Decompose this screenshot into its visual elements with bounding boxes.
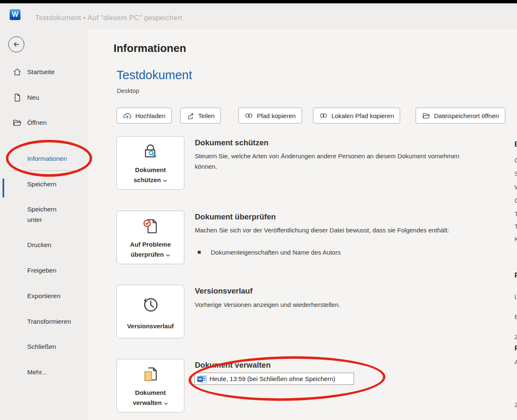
link-icon [319, 112, 328, 119]
sidebar-item-label: Öffnen [27, 119, 47, 126]
titlebar: W Testdokument • Auf "diesem PC" gespeic… [0, 3, 517, 29]
protect-card-label: Dokument schützen [117, 165, 184, 185]
inspect-card-label-line1: Auf Probleme [130, 241, 171, 248]
sidebar-item-neu[interactable]: Neu [0, 90, 88, 105]
copy-path-button[interactable]: Pfad kopieren [238, 108, 302, 124]
sidebar-item-label: Speichern [27, 180, 57, 188]
share-button-label: Teilen [198, 112, 215, 119]
manage-section-heading: Dokument verwalten [195, 361, 271, 370]
date-label: Zuletzt gedruckt [514, 333, 517, 340]
folder-icon [422, 112, 430, 119]
property-label: Tags [514, 223, 517, 230]
property-label: Größe [514, 157, 517, 164]
date-label: Erstellt [514, 313, 517, 320]
link-icon [245, 112, 253, 119]
word-app-icon-letter: W [12, 11, 18, 18]
share-button[interactable]: Teilen [180, 108, 221, 124]
sidebar-item-label: Transformieren [27, 318, 71, 325]
sidebar-item-exportieren[interactable]: Exportieren [0, 289, 88, 303]
sidebar-item-label: Speichern unter [27, 204, 57, 225]
document-title-bar-text: Testdokument • Auf "diesem PC" gespeiche… [35, 14, 182, 22]
sidebar-divider [10, 170, 76, 171]
sidebar-item-label: Schließen [27, 343, 56, 350]
property-label: Kommentare [514, 235, 517, 242]
sidebar-item-label: Freigeben [27, 267, 57, 274]
check-for-issues-card-label: Auf Probleme überprüfen [117, 240, 184, 260]
back-button[interactable] [8, 36, 24, 52]
open-folder-icon [12, 118, 22, 128]
inspect-section-description: Machen Sie sich vor der Veröffentlichung… [195, 225, 471, 235]
relevant-people-heading: Relevante Personen [514, 344, 517, 353]
sidebar-item-freigeben[interactable]: Freigeben [0, 263, 88, 278]
properties-panel: Eigenschaften Größe Seiten Wörter Gesamt… [514, 29, 517, 420]
inspect-bullet-text: Dokumenteigenschaften und Name des Autor… [211, 249, 341, 256]
unsaved-version-label: Heute, 13:59 (bei Schließen ohne Speiche… [209, 375, 335, 382]
properties-heading: Eigenschaften [514, 140, 517, 149]
word-app-icon: W [10, 9, 21, 20]
page-title: Informationen [114, 42, 186, 55]
versions-section-heading: Versionsverlauf [195, 286, 253, 296]
info-pane: Informationen Testdokument Desktop Hochl… [88, 29, 517, 420]
document-title: Testdokument [116, 68, 192, 82]
window-top-edge [0, 0, 517, 3]
sidebar-item-informationen[interactable]: Informationen [0, 152, 88, 166]
word-file-icon: W [197, 375, 207, 383]
version-history-icon [117, 294, 184, 315]
sidebar-item-drucken[interactable]: Drucken [0, 238, 88, 252]
manage-document-icon [117, 365, 184, 384]
upload-button-label: Hochladen [135, 112, 165, 119]
sidebar-item-oeffnen[interactable]: Öffnen [0, 116, 88, 130]
copy-path-button-label: Pfad kopieren [257, 112, 296, 119]
unsaved-version-item[interactable]: W Heute, 13:59 (bei Schließen ohne Speic… [194, 373, 354, 385]
cloud-upload-icon [123, 112, 132, 120]
lock-key-icon [117, 142, 184, 162]
relevant-dates-heading: Relevante Datumsangaben [514, 271, 517, 280]
document-location: Desktop [117, 88, 139, 94]
sidebar-item-label: Informationen [27, 155, 67, 162]
manage-card-label-line2: verwalten [133, 399, 162, 406]
property-label: Seiten [514, 170, 517, 177]
sidebar-item-mehr[interactable]: Mehr... [0, 365, 88, 379]
back-arrow-icon [12, 40, 21, 49]
sidebar-item-label: Drucken [27, 241, 52, 249]
protect-section-heading: Dokument schützen [195, 138, 269, 147]
sidebar-item-speichern[interactable]: Speichern [0, 177, 88, 191]
inspect-section-heading: Dokument überprüfen [195, 212, 276, 222]
sidebar-item-label: Startseite [27, 68, 54, 76]
copy-local-path-button[interactable]: Lokalen Pfad kopieren [313, 108, 400, 124]
versions-section-description: Vorherige Versionen anzeigen und wiederh… [195, 299, 471, 310]
backstage-sidebar: Startseite Neu Öffnen Informationen Spei… [0, 29, 88, 420]
new-document-icon [12, 93, 22, 103]
manage-document-card-label: Dokument verwalten [117, 388, 184, 408]
person-label: Autor [514, 358, 517, 366]
sidebar-item-startseite[interactable]: Startseite [0, 65, 88, 79]
sidebar-item-label: Neu [27, 94, 39, 101]
sidebar-item-schliessen[interactable]: Schließen [0, 340, 88, 354]
protect-document-card[interactable]: Dokument schützen [116, 136, 184, 190]
property-label: Wörter [514, 183, 517, 191]
chevron-down-icon [166, 254, 170, 257]
sidebar-item-transformieren[interactable]: Transformieren [0, 314, 88, 329]
protect-card-label-line2: schützen [134, 176, 161, 183]
check-for-issues-card[interactable]: Auf Probleme überprüfen [116, 211, 184, 264]
open-file-location-button-label: Dateispeicherort öffnen [434, 112, 499, 119]
protect-card-label-line1: Dokument [135, 166, 165, 173]
manage-card-label-line1: Dokument [135, 389, 165, 396]
version-history-card-label: Versionsverlauf [117, 321, 184, 331]
sidebar-item-label: Exportieren [27, 292, 60, 300]
share-icon [186, 112, 194, 120]
inspect-document-icon [117, 217, 184, 236]
manage-document-card[interactable]: Dokument verwalten [116, 359, 184, 412]
bullet-square-icon [198, 251, 201, 254]
upload-button[interactable]: Hochladen [116, 108, 172, 124]
version-history-card[interactable]: Versionsverlauf [116, 285, 184, 338]
sidebar-item-speichern-unter[interactable]: Speichern unter [0, 204, 88, 227]
property-label: Titel [514, 210, 517, 217]
inspect-bullet-item: Dokumenteigenschaften und Name des Autor… [198, 249, 341, 256]
copy-local-path-button-label: Lokalen Pfad kopieren [331, 112, 394, 119]
open-file-location-button[interactable]: Dateispeicherort öffnen [416, 108, 505, 124]
word-backstage-view: W Testdokument • Auf "diesem PC" gespeic… [0, 0, 517, 420]
home-icon [12, 67, 22, 77]
version-history-card-label-text: Versionsverlauf [127, 322, 174, 330]
date-label: Letzte Änderung [514, 293, 517, 300]
